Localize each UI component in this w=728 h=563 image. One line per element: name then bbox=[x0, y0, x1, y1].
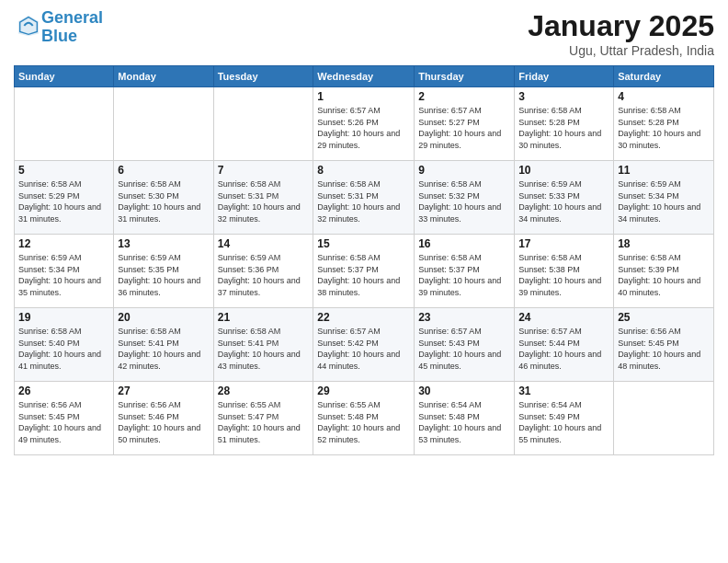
day-number: 22 bbox=[317, 311, 410, 324]
day-info: Sunrise: 6:54 AMSunset: 5:48 PMDaylight:… bbox=[418, 399, 510, 445]
day-number: 16 bbox=[418, 237, 510, 250]
day-number: 10 bbox=[518, 164, 609, 177]
day-info: Sunrise: 6:59 AMSunset: 5:35 PMDaylight:… bbox=[118, 252, 209, 298]
day-info: Sunrise: 6:59 AMSunset: 5:34 PMDaylight:… bbox=[18, 252, 109, 298]
logo-text: General Blue bbox=[41, 9, 103, 46]
day-number: 29 bbox=[317, 385, 410, 397]
day-number: 12 bbox=[18, 237, 109, 250]
day-info: Sunrise: 6:58 AMSunset: 5:31 PMDaylight:… bbox=[218, 178, 310, 224]
calendar-cell: 13Sunrise: 6:59 AMSunset: 5:35 PMDayligh… bbox=[114, 235, 213, 308]
logo-icon bbox=[16, 13, 41, 39]
day-number: 26 bbox=[18, 385, 109, 397]
day-info: Sunrise: 6:58 AMSunset: 5:37 PMDaylight:… bbox=[418, 252, 510, 298]
month-title: January 2025 bbox=[528, 9, 714, 43]
week-row-5: 26Sunrise: 6:56 AMSunset: 5:45 PMDayligh… bbox=[15, 382, 714, 455]
week-row-3: 12Sunrise: 6:59 AMSunset: 5:34 PMDayligh… bbox=[15, 235, 714, 308]
weekday-header-thursday: Thursday bbox=[415, 66, 515, 87]
day-number: 4 bbox=[618, 90, 710, 103]
calendar-cell: 4Sunrise: 6:58 AMSunset: 5:28 PMDaylight… bbox=[614, 87, 714, 161]
calendar-cell bbox=[614, 382, 714, 455]
calendar-cell: 8Sunrise: 6:58 AMSunset: 5:31 PMDaylight… bbox=[313, 161, 415, 235]
calendar-cell bbox=[15, 87, 114, 161]
calendar-cell: 21Sunrise: 6:58 AMSunset: 5:41 PMDayligh… bbox=[213, 308, 313, 382]
logo: General Blue bbox=[14, 9, 103, 46]
calendar-cell: 25Sunrise: 6:56 AMSunset: 5:45 PMDayligh… bbox=[614, 308, 714, 382]
calendar-cell: 22Sunrise: 6:57 AMSunset: 5:42 PMDayligh… bbox=[313, 308, 415, 382]
calendar-cell: 28Sunrise: 6:55 AMSunset: 5:47 PMDayligh… bbox=[213, 382, 313, 455]
calendar-cell: 6Sunrise: 6:58 AMSunset: 5:30 PMDaylight… bbox=[114, 161, 213, 235]
calendar-cell: 7Sunrise: 6:58 AMSunset: 5:31 PMDaylight… bbox=[213, 161, 313, 235]
day-number: 14 bbox=[218, 237, 310, 250]
weekday-header-wednesday: Wednesday bbox=[313, 66, 415, 87]
calendar-table: SundayMondayTuesdayWednesdayThursdayFrid… bbox=[14, 65, 714, 455]
calendar-cell: 9Sunrise: 6:58 AMSunset: 5:32 PMDaylight… bbox=[415, 161, 515, 235]
calendar-cell: 24Sunrise: 6:57 AMSunset: 5:44 PMDayligh… bbox=[515, 308, 614, 382]
logo-line1: General bbox=[41, 8, 103, 27]
day-info: Sunrise: 6:58 AMSunset: 5:31 PMDaylight:… bbox=[317, 178, 410, 224]
day-number: 30 bbox=[418, 385, 510, 397]
day-number: 15 bbox=[317, 237, 410, 250]
day-number: 17 bbox=[518, 237, 609, 250]
day-info: Sunrise: 6:58 AMSunset: 5:28 PMDaylight:… bbox=[618, 105, 710, 151]
day-number: 24 bbox=[518, 311, 609, 324]
day-info: Sunrise: 6:56 AMSunset: 5:45 PMDaylight:… bbox=[618, 326, 710, 372]
day-number: 1 bbox=[317, 90, 410, 103]
day-info: Sunrise: 6:56 AMSunset: 5:46 PMDaylight:… bbox=[118, 399, 209, 445]
day-number: 19 bbox=[18, 311, 109, 324]
day-info: Sunrise: 6:54 AMSunset: 5:49 PMDaylight:… bbox=[518, 399, 609, 445]
day-info: Sunrise: 6:57 AMSunset: 5:44 PMDaylight:… bbox=[518, 326, 609, 372]
calendar-cell: 3Sunrise: 6:58 AMSunset: 5:28 PMDaylight… bbox=[515, 87, 614, 161]
day-number: 18 bbox=[618, 237, 710, 250]
logo-line2: Blue bbox=[41, 27, 77, 45]
calendar-page: General Blue January 2025 Ugu, Uttar Pra… bbox=[0, 0, 728, 563]
day-info: Sunrise: 6:58 AMSunset: 5:29 PMDaylight:… bbox=[18, 178, 109, 224]
calendar-cell: 29Sunrise: 6:55 AMSunset: 5:48 PMDayligh… bbox=[313, 382, 415, 455]
day-number: 5 bbox=[18, 164, 109, 177]
week-row-2: 5Sunrise: 6:58 AMSunset: 5:29 PMDaylight… bbox=[15, 161, 714, 235]
weekday-header-sunday: Sunday bbox=[15, 66, 114, 87]
calendar-cell: 5Sunrise: 6:58 AMSunset: 5:29 PMDaylight… bbox=[15, 161, 114, 235]
day-number: 25 bbox=[618, 311, 710, 324]
weekday-header-saturday: Saturday bbox=[614, 66, 714, 87]
day-info: Sunrise: 6:56 AMSunset: 5:45 PMDaylight:… bbox=[18, 399, 109, 445]
day-number: 13 bbox=[118, 237, 209, 250]
day-info: Sunrise: 6:58 AMSunset: 5:30 PMDaylight:… bbox=[118, 178, 209, 224]
calendar-cell: 31Sunrise: 6:54 AMSunset: 5:49 PMDayligh… bbox=[515, 382, 614, 455]
day-number: 6 bbox=[118, 164, 209, 177]
day-info: Sunrise: 6:58 AMSunset: 5:40 PMDaylight:… bbox=[18, 326, 109, 372]
calendar-cell bbox=[213, 87, 313, 161]
day-info: Sunrise: 6:58 AMSunset: 5:38 PMDaylight:… bbox=[518, 252, 609, 298]
day-number: 23 bbox=[418, 311, 510, 324]
day-number: 11 bbox=[618, 164, 710, 177]
calendar-cell bbox=[114, 87, 213, 161]
day-info: Sunrise: 6:58 AMSunset: 5:32 PMDaylight:… bbox=[418, 178, 510, 224]
day-info: Sunrise: 6:58 AMSunset: 5:37 PMDaylight:… bbox=[317, 252, 410, 298]
day-info: Sunrise: 6:58 AMSunset: 5:39 PMDaylight:… bbox=[618, 252, 710, 298]
header: General Blue January 2025 Ugu, Uttar Pra… bbox=[14, 9, 714, 58]
calendar-cell: 11Sunrise: 6:59 AMSunset: 5:34 PMDayligh… bbox=[614, 161, 714, 235]
calendar-cell: 17Sunrise: 6:58 AMSunset: 5:38 PMDayligh… bbox=[515, 235, 614, 308]
calendar-cell: 20Sunrise: 6:58 AMSunset: 5:41 PMDayligh… bbox=[114, 308, 213, 382]
day-number: 9 bbox=[418, 164, 510, 177]
calendar-cell: 12Sunrise: 6:59 AMSunset: 5:34 PMDayligh… bbox=[15, 235, 114, 308]
week-row-1: 1Sunrise: 6:57 AMSunset: 5:26 PMDaylight… bbox=[15, 87, 714, 161]
weekday-header-tuesday: Tuesday bbox=[213, 66, 313, 87]
calendar-cell: 26Sunrise: 6:56 AMSunset: 5:45 PMDayligh… bbox=[15, 382, 114, 455]
day-info: Sunrise: 6:59 AMSunset: 5:36 PMDaylight:… bbox=[218, 252, 310, 298]
day-number: 27 bbox=[118, 385, 209, 397]
day-info: Sunrise: 6:55 AMSunset: 5:48 PMDaylight:… bbox=[317, 399, 410, 445]
day-number: 7 bbox=[218, 164, 310, 177]
calendar-cell: 18Sunrise: 6:58 AMSunset: 5:39 PMDayligh… bbox=[614, 235, 714, 308]
day-number: 28 bbox=[218, 385, 310, 397]
svg-marker-0 bbox=[18, 16, 39, 36]
day-info: Sunrise: 6:58 AMSunset: 5:41 PMDaylight:… bbox=[218, 326, 310, 372]
day-info: Sunrise: 6:59 AMSunset: 5:33 PMDaylight:… bbox=[518, 178, 609, 224]
day-info: Sunrise: 6:58 AMSunset: 5:28 PMDaylight:… bbox=[518, 105, 609, 151]
weekday-header-monday: Monday bbox=[114, 66, 213, 87]
calendar-cell: 2Sunrise: 6:57 AMSunset: 5:27 PMDaylight… bbox=[415, 87, 515, 161]
day-info: Sunrise: 6:58 AMSunset: 5:41 PMDaylight:… bbox=[118, 326, 209, 372]
day-info: Sunrise: 6:57 AMSunset: 5:43 PMDaylight:… bbox=[418, 326, 510, 372]
calendar-cell: 14Sunrise: 6:59 AMSunset: 5:36 PMDayligh… bbox=[213, 235, 313, 308]
day-info: Sunrise: 6:55 AMSunset: 5:47 PMDaylight:… bbox=[218, 399, 310, 445]
week-row-4: 19Sunrise: 6:58 AMSunset: 5:40 PMDayligh… bbox=[15, 308, 714, 382]
